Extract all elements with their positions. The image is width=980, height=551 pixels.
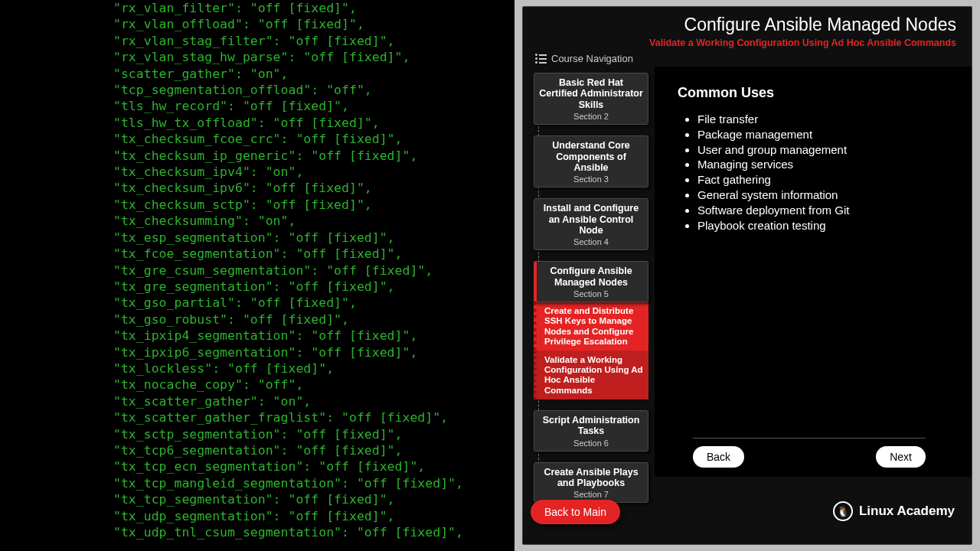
course-navigation-text: Course Navigation [551, 53, 633, 64]
lesson-ssh-keys[interactable]: Create and Distribute SSH Keys to Manage… [534, 302, 648, 350]
list-icon [535, 54, 547, 64]
list-item: Software deployment from Git [697, 203, 949, 218]
section-number: Section 6 [539, 439, 643, 448]
brand-logo-icon: 🐧 [833, 501, 853, 521]
brand-text: Linux Academy [859, 504, 955, 519]
course-navigation-label: Course Navigation [535, 53, 633, 64]
terminal-output[interactable]: "rx_vlan_filter": "off [fixed]", "rx_vla… [0, 0, 514, 551]
list-item: General system information [697, 187, 949, 203]
lesson-title: Configure Ansible Managed Nodes [649, 15, 956, 35]
terminal-text: "rx_vlan_filter": "off [fixed]", "rx_vla… [113, 1, 463, 540]
nav-column: Basic Red Hat Certified Administrator Sk… [528, 73, 648, 491]
section-card-6[interactable]: Script Administration Tasks Section 6 [534, 410, 648, 452]
course-panel: Configure Ansible Managed Nodes Validate… [522, 6, 972, 545]
section-number: Section 3 [539, 174, 643, 184]
divider [693, 438, 926, 439]
section-card-3[interactable]: Understand Core Components of Ansible Se… [534, 135, 648, 187]
section-card-5-active[interactable]: Configure Ansible Managed Nodes Section … [534, 261, 648, 302]
content-pane: Common Uses File transferPackage managem… [655, 67, 972, 477]
section-title: Install and Configure an Ansible Control… [539, 203, 643, 236]
active-section-group: Configure Ansible Managed Nodes Section … [534, 261, 648, 399]
lesson-validate-adhoc[interactable]: Validate a Working Configuration Using A… [534, 350, 648, 399]
list-item: File transfer [697, 112, 949, 127]
brand: 🐧 Linux Academy [833, 501, 955, 521]
list-item: User and group management [697, 142, 949, 158]
lesson-header: Configure Ansible Managed Nodes Validate… [649, 15, 956, 48]
section-number: Section 7 [539, 490, 643, 499]
list-item: Package management [697, 127, 949, 142]
section-card-4[interactable]: Install and Configure an Ansible Control… [534, 198, 648, 250]
content-list: File transferPackage managementUser and … [697, 112, 949, 233]
section-title: Basic Red Hat Certified Administrator Sk… [539, 77, 643, 110]
list-item: Managing services [697, 157, 949, 172]
section-title: Script Administration Tasks [539, 415, 643, 437]
back-to-main-button[interactable]: Back to Main [531, 500, 620, 524]
nav-button-row: Back Next [693, 446, 926, 468]
back-button[interactable]: Back [693, 446, 744, 468]
list-item: Playbook creation testing [697, 218, 949, 233]
section-title: Create Ansible Plays and Playbooks [539, 467, 643, 489]
section-title: Configure Ansible Managed Nodes [539, 266, 643, 288]
section-card-2[interactable]: Basic Red Hat Certified Administrator Sk… [534, 73, 648, 125]
section-number: Section 4 [539, 237, 643, 246]
section-title: Understand Core Components of Ansible [539, 140, 643, 173]
section-card-7[interactable]: Create Ansible Plays and Playbooks Secti… [534, 462, 648, 504]
lesson-subtitle: Validate a Working Configuration Using A… [649, 37, 956, 48]
content-heading: Common Uses [678, 85, 949, 101]
next-button[interactable]: Next [876, 446, 926, 468]
section-number: Section 2 [539, 112, 643, 121]
section-number: Section 5 [539, 289, 643, 298]
list-item: Fact gathering [697, 172, 949, 187]
